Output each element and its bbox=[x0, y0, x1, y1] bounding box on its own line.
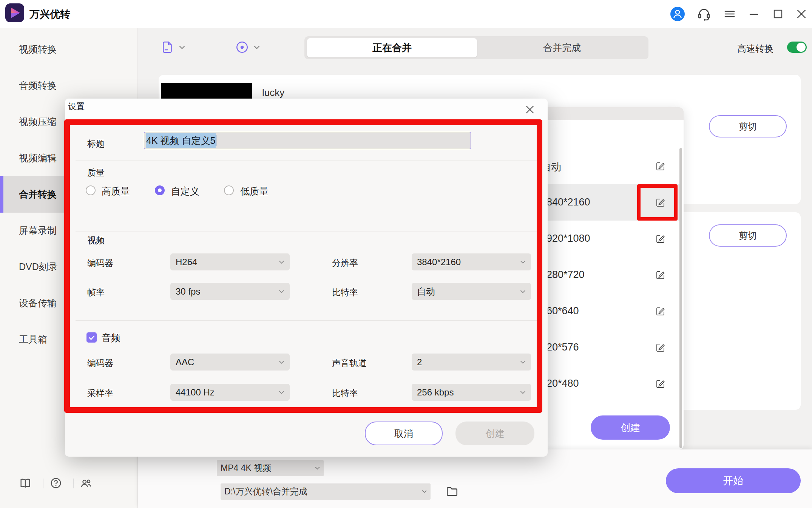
edit-icon[interactable] bbox=[655, 161, 665, 171]
audio-bitrate-select[interactable]: 256 kbps bbox=[412, 384, 531, 401]
sidebar-item-dvd-burn[interactable]: DVD刻录 bbox=[19, 260, 58, 273]
resolution-row-auto[interactable]: 自动 bbox=[540, 148, 681, 184]
tab-merge-finished[interactable]: 合并完成 bbox=[477, 38, 647, 57]
help-icon[interactable] bbox=[49, 477, 62, 489]
chevron-down-icon bbox=[315, 466, 320, 470]
radio-custom[interactable] bbox=[155, 185, 165, 195]
radio-low-quality-label[interactable]: 低质量 bbox=[240, 185, 269, 198]
edit-icon[interactable] bbox=[655, 233, 665, 244]
chevron-down-icon bbox=[520, 290, 526, 293]
sidebar-item-toolbox[interactable]: 工具箱 bbox=[19, 333, 47, 346]
audio-checkbox[interactable] bbox=[86, 332, 97, 343]
minimize-button[interactable] bbox=[746, 6, 761, 22]
dialog-close-icon[interactable] bbox=[524, 104, 537, 117]
cancel-button[interactable]: 取消 bbox=[365, 422, 443, 445]
resolution-row-720x576[interactable]: 720*576 bbox=[540, 329, 681, 366]
support-headset-icon[interactable] bbox=[696, 6, 712, 22]
radio-high-quality[interactable] bbox=[86, 185, 96, 195]
resolution-select[interactable]: 3840*2160 bbox=[412, 253, 531, 270]
resolution-row-1920x1080[interactable]: 1920*1080 bbox=[540, 221, 681, 257]
fast-convert-label: 高速转换 bbox=[737, 43, 773, 55]
audio-encoder-label: 编码器 bbox=[87, 357, 113, 369]
sidebar-item-merge-convert[interactable]: 合并转换 bbox=[19, 188, 57, 201]
resolution-label: 分辨率 bbox=[332, 257, 358, 269]
sidebar-item-video-compress[interactable]: 视频压缩 bbox=[19, 115, 57, 128]
edit-icon[interactable] bbox=[655, 306, 665, 317]
title-input-selected-text: 4K 视频 自定义5 bbox=[146, 133, 216, 148]
dialog-header bbox=[65, 99, 548, 120]
community-icon[interactable] bbox=[80, 477, 93, 489]
sidebar-item-video-edit[interactable]: 视频编辑 bbox=[19, 151, 57, 164]
chevron-down-icon bbox=[520, 260, 526, 264]
resolution-row-960x640[interactable]: 960*640 bbox=[540, 293, 681, 329]
chevron-down-icon bbox=[279, 260, 284, 264]
samplerate-select[interactable]: 44100 Hz bbox=[170, 384, 290, 401]
title-input[interactable]: 4K 视频 自定义5 bbox=[144, 132, 471, 149]
chevron-down-icon bbox=[279, 391, 284, 394]
video-encoder-label: 编码器 bbox=[87, 257, 113, 269]
resolution-list-panel: 自动 3840*2160 1920*1080 1280*720 960*640 … bbox=[540, 107, 684, 449]
chevron-down-icon bbox=[279, 290, 284, 293]
output-folder-select[interactable]: D:\万兴优转\合并完成 bbox=[221, 483, 431, 500]
radio-custom-label[interactable]: 自定义 bbox=[171, 185, 199, 198]
edit-icon[interactable] bbox=[655, 342, 665, 353]
toggle-knob bbox=[797, 43, 806, 52]
trim-button-2[interactable]: 剪切 bbox=[709, 224, 787, 247]
app-title: 万兴优转 bbox=[29, 8, 70, 21]
resolution-row-3840x2160[interactable]: 3840*2160 bbox=[540, 184, 681, 221]
audio-bitrate-label: 比特率 bbox=[332, 388, 358, 399]
menu-icon[interactable] bbox=[722, 6, 737, 22]
file-name: lucky bbox=[262, 87, 284, 99]
merge-tab-group: 正在合并 合并完成 bbox=[304, 36, 648, 59]
open-folder-icon[interactable] bbox=[446, 485, 458, 498]
sidebar-item-audio-convert[interactable]: 音频转换 bbox=[19, 79, 57, 92]
resolution-panel-header bbox=[540, 107, 684, 120]
settings-dialog: 设置 标题 4K 视频 自定义5 质量 高质量 自定义 低质量 视频 编码器 H… bbox=[65, 99, 548, 457]
chevron-down-icon bbox=[422, 490, 427, 493]
panel-scrollbar[interactable] bbox=[679, 148, 682, 448]
video-bitrate-label: 比特率 bbox=[332, 287, 358, 298]
chevron-down-icon bbox=[520, 360, 526, 364]
close-window-button[interactable] bbox=[794, 6, 809, 22]
video-section-label: 视频 bbox=[87, 235, 105, 246]
add-file-chevron-icon[interactable] bbox=[179, 45, 185, 49]
audio-channels-select[interactable]: 2 bbox=[412, 354, 531, 371]
resolution-row-1280x720[interactable]: 1280*720 bbox=[540, 257, 681, 293]
start-button[interactable]: 开始 bbox=[666, 468, 801, 493]
fast-convert-toggle[interactable] bbox=[787, 42, 807, 53]
guide-book-icon[interactable] bbox=[19, 477, 32, 489]
framerate-select[interactable]: 30 fps bbox=[170, 283, 290, 300]
tab-merging[interactable]: 正在合并 bbox=[307, 38, 477, 57]
quality-label: 质量 bbox=[87, 167, 105, 179]
divider bbox=[76, 232, 537, 232]
output-format-select[interactable]: MP4 4K 视频 bbox=[217, 460, 324, 476]
video-encoder-select[interactable]: H264 bbox=[170, 253, 290, 270]
maximize-button[interactable] bbox=[770, 6, 786, 22]
sidebar-item-video-convert[interactable]: 视频转换 bbox=[19, 43, 57, 56]
divider bbox=[76, 161, 537, 161]
load-dvd-chevron-icon[interactable] bbox=[254, 45, 260, 49]
account-icon[interactable] bbox=[670, 6, 685, 22]
audio-section-label[interactable]: 音频 bbox=[102, 332, 120, 344]
framerate-label: 帧率 bbox=[87, 287, 105, 298]
sidebar-item-device-transfer[interactable]: 设备传输 bbox=[19, 296, 57, 309]
create-button-disabled[interactable]: 创建 bbox=[455, 422, 534, 445]
resolution-row-720x480[interactable]: 720*480 bbox=[540, 366, 681, 402]
edit-icon[interactable] bbox=[655, 270, 665, 280]
radio-low-quality[interactable] bbox=[224, 185, 234, 195]
title-field-label: 标题 bbox=[87, 138, 105, 150]
audio-encoder-select[interactable]: AAC bbox=[170, 354, 290, 371]
add-file-icon[interactable] bbox=[160, 40, 174, 54]
radio-high-quality-label[interactable]: 高质量 bbox=[102, 185, 130, 198]
app-logo-icon bbox=[5, 3, 24, 22]
trim-button-1[interactable]: 剪切 bbox=[709, 115, 787, 137]
load-dvd-icon[interactable] bbox=[235, 40, 249, 54]
chevron-down-icon bbox=[279, 360, 284, 364]
edit-icon[interactable] bbox=[655, 197, 665, 208]
sidebar-item-screen-record[interactable]: 屏幕录制 bbox=[19, 224, 57, 237]
edit-icon[interactable] bbox=[655, 378, 665, 389]
panel-create-button[interactable]: 创建 bbox=[591, 415, 670, 440]
chevron-down-icon bbox=[520, 391, 526, 394]
footer-separator bbox=[43, 479, 43, 488]
video-bitrate-select[interactable]: 自动 bbox=[412, 283, 531, 300]
